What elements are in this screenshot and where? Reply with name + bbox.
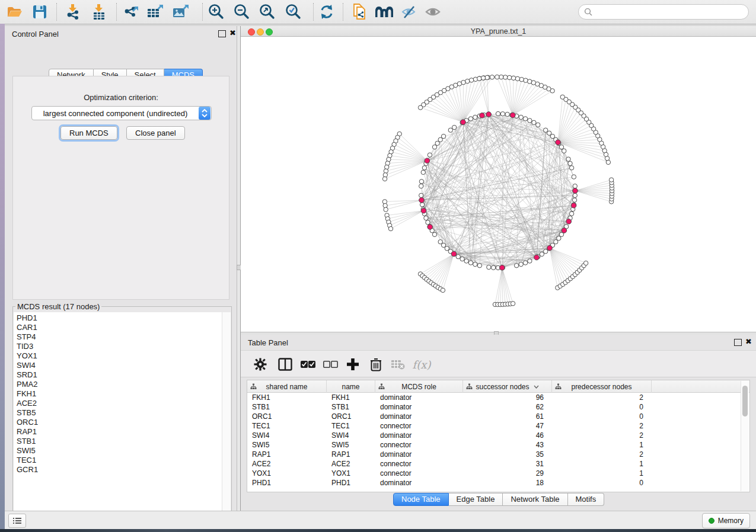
graph-node[interactable]: [523, 261, 527, 265]
graph-node[interactable]: [543, 249, 547, 254]
graph-leaf-node[interactable]: [515, 76, 519, 81]
open-file-button[interactable]: [4, 2, 26, 21]
graph-node[interactable]: [435, 141, 439, 145]
zoom-fit-button[interactable]: [256, 2, 278, 21]
tab-edge-table[interactable]: Edge Table: [449, 493, 503, 506]
graph-node[interactable]: [445, 246, 449, 251]
graph-leaf-node[interactable]: [495, 75, 499, 79]
split-columns-button[interactable]: [275, 355, 295, 374]
table-row[interactable]: RAP1RAP1dominator352: [247, 450, 749, 459]
close-panel-button[interactable]: Close panel: [126, 126, 185, 140]
graph-node[interactable]: [452, 125, 456, 129]
graph-leaf-node[interactable]: [382, 177, 387, 181]
graph-node[interactable]: [572, 175, 576, 179]
gear-button[interactable]: [250, 355, 270, 374]
graph-node[interactable]: [514, 264, 518, 268]
table-row[interactable]: FKH1FKH1dominator962: [247, 393, 749, 402]
graph-hub-node[interactable]: [428, 225, 433, 230]
import-table-button[interactable]: [88, 2, 110, 21]
graph-leaf-node[interactable]: [441, 288, 445, 292]
graph-leaf-node[interactable]: [609, 178, 613, 182]
tab-node-table[interactable]: Node Table: [393, 493, 449, 506]
graph-leaf-node[interactable]: [490, 75, 494, 79]
delete-table-button[interactable]: [388, 355, 408, 374]
first-neighbors-button[interactable]: [374, 2, 396, 21]
graph-hub-node[interactable]: [461, 120, 466, 125]
graph-node[interactable]: [468, 117, 473, 121]
graph-leaf-node[interactable]: [384, 207, 388, 211]
graph-leaf-node[interactable]: [524, 78, 528, 82]
table-row[interactable]: YOX1YOX1connector291: [247, 469, 749, 478]
zoom-selected-button[interactable]: [282, 2, 304, 21]
table-row[interactable]: STB1STB1dominator620: [247, 402, 749, 412]
graph-hub-node[interactable]: [534, 255, 540, 260]
table-row[interactable]: PHD1PHD1dominator180: [247, 478, 749, 488]
graph-leaf-node[interactable]: [465, 79, 470, 83]
refresh-button[interactable]: [315, 2, 338, 21]
graph-node[interactable]: [573, 184, 577, 188]
export-image-button[interactable]: [170, 2, 192, 21]
graph-node[interactable]: [421, 170, 425, 174]
tab-network-table[interactable]: Network Table: [503, 493, 567, 506]
graph-node[interactable]: [528, 118, 532, 123]
zoom-in-button[interactable]: [205, 2, 227, 21]
table-row[interactable]: SWI5SWI5connector431: [247, 440, 749, 450]
graph-hub-node[interactable]: [573, 188, 578, 194]
table-row[interactable]: ORC1ORC1dominator610: [247, 412, 749, 421]
graph-node[interactable]: [536, 123, 540, 127]
graph-node[interactable]: [540, 252, 544, 256]
graph-hub-node[interactable]: [480, 113, 485, 118]
graph-node[interactable]: [468, 261, 473, 265]
graph-node[interactable]: [572, 198, 576, 202]
network-window-titlebar[interactable]: YPA_prune.txt_1: [241, 26, 756, 37]
search-input[interactable]: [593, 7, 748, 17]
tab-motifs[interactable]: Motifs: [568, 493, 605, 506]
graph-node[interactable]: [426, 220, 430, 225]
graph-hub-node[interactable]: [566, 219, 572, 225]
graph-node[interactable]: [464, 259, 468, 263]
table-row[interactable]: ACE2ACE2connector311: [247, 459, 749, 469]
add-column-button[interactable]: [343, 355, 363, 374]
graph-hub-node[interactable]: [547, 245, 553, 251]
graph-node[interactable]: [554, 240, 558, 244]
deselect-all-button[interactable]: [320, 355, 340, 374]
graph-node[interactable]: [477, 264, 481, 268]
graph-node[interactable]: [505, 112, 509, 116]
graph-node[interactable]: [422, 166, 426, 170]
graph-node[interactable]: [428, 153, 432, 157]
graph-node[interactable]: [543, 128, 547, 132]
graph-leaf-node[interactable]: [418, 105, 422, 110]
select-all-button[interactable]: [298, 355, 318, 374]
graph-node[interactable]: [460, 257, 464, 261]
graph-node[interactable]: [424, 216, 428, 220]
graph-leaf-node[interactable]: [511, 76, 515, 80]
float-panel-icon[interactable]: [218, 30, 226, 37]
graph-leaf-node[interactable]: [519, 77, 524, 81]
graph-node[interactable]: [559, 145, 563, 149]
graph-node[interactable]: [568, 161, 572, 165]
graph-leaf-node[interactable]: [388, 226, 393, 230]
graph-node[interactable]: [419, 193, 423, 197]
graph-node[interactable]: [562, 149, 566, 153]
memory-button[interactable]: Memory: [702, 513, 750, 528]
graph-node[interactable]: [432, 232, 436, 236]
close-panel-icon[interactable]: ✖: [745, 338, 752, 346]
export-table-button[interactable]: [144, 2, 167, 21]
graph-node[interactable]: [473, 115, 477, 119]
task-history-button[interactable]: [8, 514, 26, 528]
graph-node[interactable]: [448, 128, 452, 132]
graph-node[interactable]: [456, 255, 460, 259]
export-network-button[interactable]: [120, 2, 143, 21]
mcds-result-scrollbar[interactable]: [222, 312, 231, 521]
graph-hub-node[interactable]: [562, 228, 567, 233]
graph-hub-node[interactable]: [451, 251, 457, 257]
table-scrollbar[interactable]: [741, 381, 749, 491]
column-header-MCDS-role[interactable]: MCDS role: [375, 380, 463, 393]
graph-node[interactable]: [557, 236, 561, 240]
sort-chevron-icon[interactable]: [534, 385, 539, 389]
graph-hub-node[interactable]: [486, 112, 492, 117]
graph-node[interactable]: [566, 157, 570, 161]
graph-node[interactable]: [532, 120, 536, 124]
graph-node[interactable]: [573, 193, 577, 197]
float-panel-icon[interactable]: [734, 339, 742, 346]
